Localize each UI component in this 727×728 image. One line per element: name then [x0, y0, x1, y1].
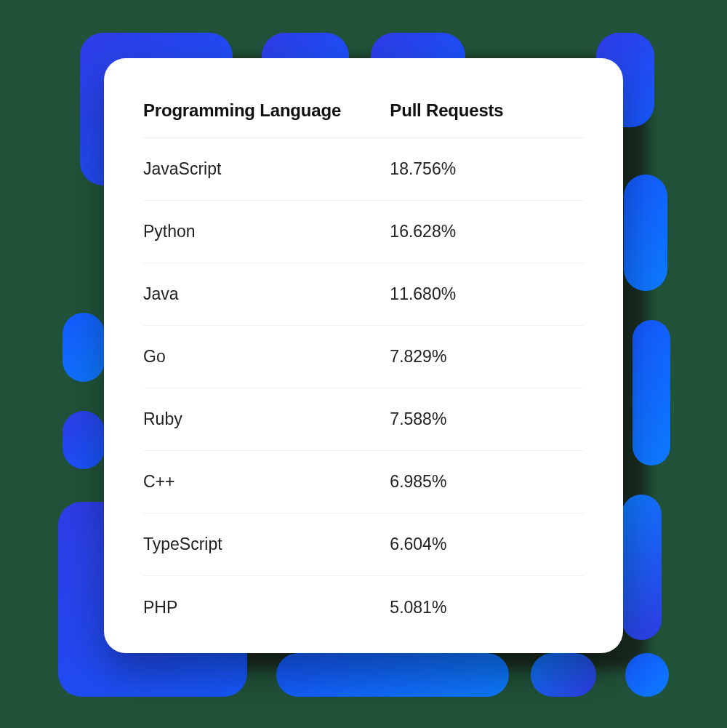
cell-pull-requests: 5.081% [390, 598, 584, 617]
cell-language: Go [143, 347, 390, 367]
table-row: JavaScript 18.756% [143, 138, 584, 201]
header-language: Programming Language [143, 100, 390, 121]
cell-pull-requests: 6.985% [390, 472, 584, 492]
cell-language: TypeScript [143, 535, 390, 554]
decor-square [622, 495, 662, 640]
cell-pull-requests: 18.756% [390, 159, 584, 179]
table-row: Ruby 7.588% [143, 388, 584, 451]
table-row: Java 11.680% [143, 263, 584, 326]
decor-square [632, 320, 670, 465]
cell-language: Ruby [143, 409, 390, 429]
cell-language: PHP [143, 598, 390, 617]
cell-pull-requests: 6.604% [390, 535, 584, 554]
table-row: PHP 5.081% [143, 576, 584, 639]
decor-square [531, 653, 596, 697]
table-row: TypeScript 6.604% [143, 513, 584, 576]
decor-square [276, 653, 509, 697]
cell-language: C++ [143, 472, 390, 492]
cell-language: Java [143, 284, 390, 304]
table-row: C++ 6.985% [143, 451, 584, 513]
table-row: Python 16.628% [143, 201, 584, 263]
cell-language: JavaScript [143, 159, 390, 179]
table-header-row: Programming Language Pull Requests [143, 83, 584, 138]
decor-square [624, 175, 667, 291]
cell-pull-requests: 11.680% [390, 284, 584, 304]
cell-language: Python [143, 222, 390, 241]
decor-square [63, 313, 105, 382]
table-row: Go 7.829% [143, 326, 584, 388]
cell-pull-requests: 7.588% [390, 409, 584, 429]
decor-square [625, 653, 669, 697]
decor-square [63, 411, 105, 469]
header-pull-requests: Pull Requests [390, 100, 584, 121]
cell-pull-requests: 16.628% [390, 222, 584, 241]
data-table-card: Programming Language Pull Requests JavaS… [104, 58, 623, 653]
cell-pull-requests: 7.829% [390, 347, 584, 367]
